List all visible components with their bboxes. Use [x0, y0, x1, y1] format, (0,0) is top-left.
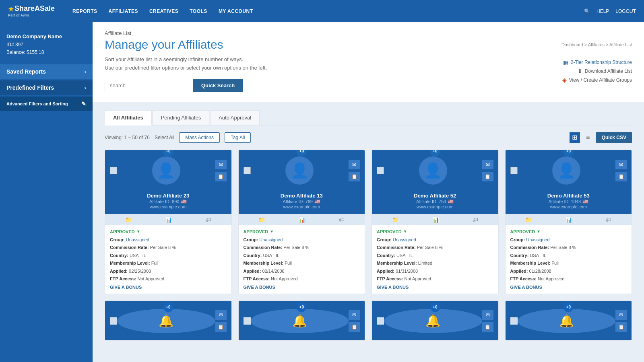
folder-icon[interactable]: 📁 — [392, 216, 399, 223]
dropdown-icon[interactable]: ▼ — [136, 229, 140, 234]
note-icon[interactable]: 📋 — [215, 322, 227, 332]
download-affiliate-link[interactable]: ⬇ Download Affiliate List — [527, 68, 632, 74]
page-label: Affiliate List — [105, 30, 527, 36]
message-icon[interactable]: ✉ — [482, 160, 493, 169]
nav-logout[interactable]: LOGOUT — [615, 8, 636, 14]
note-icon[interactable]: 📋 — [215, 172, 227, 181]
nav-help[interactable]: HELP — [597, 8, 609, 14]
card-action-icons: ✉ 📋 — [615, 160, 627, 181]
dropdown-icon[interactable]: ▼ — [270, 229, 274, 234]
card-actions: 📁 📊 🏷 — [372, 214, 498, 225]
header-panel: Affiliate List Manage your Affiliates So… — [93, 22, 644, 102]
card-action-icons: ✉ 📋 — [349, 160, 360, 181]
card-checkbox[interactable] — [510, 167, 518, 174]
status-badge: APPROVED — [110, 229, 135, 234]
plus-badge: +0 — [296, 150, 307, 156]
card-checkbox[interactable] — [110, 167, 117, 174]
select-all-button[interactable]: Select All — [155, 135, 174, 140]
search-icon[interactable]: 🔍 — [584, 8, 590, 14]
toolbar-left: Viewing: 1 – 50 of 76 Select All Mass Ac… — [105, 132, 251, 143]
tag-icon[interactable]: 🏷 — [339, 216, 345, 223]
advanced-filters-button[interactable]: Advanced Filters and Sorting ✎ — [0, 97, 93, 111]
tab-pending-affiliates[interactable]: Pending Affiliates — [153, 110, 210, 125]
card-checkbox[interactable] — [110, 317, 117, 325]
avatar-icon: 🔔 — [159, 314, 173, 328]
flag-icon: 🇺🇸 — [448, 199, 454, 204]
chart-icon[interactable]: 📊 — [566, 216, 572, 223]
card-checkbox[interactable] — [244, 167, 251, 174]
affiliate-groups-link[interactable]: ◈ View / Create Affiliate Groups — [527, 77, 632, 83]
search-input[interactable] — [105, 79, 193, 92]
folder-icon[interactable]: 📁 — [125, 216, 132, 223]
dropdown-icon[interactable]: ▼ — [403, 229, 407, 234]
list-view-icon[interactable]: ≡ — [583, 133, 593, 142]
tag-icon[interactable]: 🏷 — [606, 216, 611, 223]
tab-auto-approval[interactable]: Auto Approval — [210, 110, 260, 125]
grid-view-icon[interactable]: ⊞ — [570, 132, 580, 143]
page-desc: Sort your Affiliate list in a seemingly … — [105, 56, 527, 72]
note-icon[interactable]: 📋 — [615, 172, 627, 181]
give-bonus-link[interactable]: GIVE A BONUS — [244, 285, 360, 290]
quick-csv-button[interactable]: Quick CSV — [596, 132, 632, 143]
affiliate-cards-grid: +0 👤 ✉ 📋 — [105, 150, 632, 294]
card-url[interactable]: www.example.com — [244, 204, 360, 212]
plus-badge: +0 — [563, 150, 574, 156]
note-icon[interactable]: 📋 — [615, 322, 627, 332]
message-icon[interactable]: ✉ — [615, 310, 627, 320]
predefined-filters-button[interactable]: Predefined Filters › — [0, 80, 93, 95]
affiliate-card: +0 👤 ✉ 📋 — [372, 150, 499, 294]
tag-all-button[interactable]: Tag All — [225, 132, 251, 143]
message-icon[interactable]: ✉ — [349, 160, 360, 169]
card-url[interactable]: www.example.com — [377, 204, 493, 212]
card-affiliate-name: Demo Affiliate 13 — [244, 193, 360, 199]
nav-affiliates[interactable]: AFFILIATES — [109, 8, 138, 14]
card-checkbox[interactable] — [377, 317, 384, 325]
chart-icon[interactable]: 📊 — [165, 216, 172, 223]
mass-actions-button[interactable]: Mass Actions — [179, 132, 220, 143]
star-icon: ★ — [8, 5, 14, 13]
folder-icon[interactable]: 📁 — [258, 216, 265, 223]
tag-icon[interactable]: 🏷 — [473, 216, 478, 223]
message-icon[interactable]: ✉ — [615, 160, 627, 169]
give-bonus-link[interactable]: GIVE A BONUS — [510, 285, 627, 290]
tag-icon[interactable]: 🏷 — [206, 216, 211, 223]
flag-icon: 🇺🇸 — [181, 199, 187, 204]
tab-all-affiliates[interactable]: All Affiliates — [105, 110, 152, 125]
note-icon[interactable]: 📋 — [482, 172, 493, 181]
nav-creatives[interactable]: CREATIVES — [149, 8, 178, 14]
folder-icon[interactable]: 📁 — [525, 216, 532, 223]
card-checkbox[interactable] — [244, 317, 251, 325]
avatar-icon: 👤 — [157, 162, 175, 179]
message-icon[interactable]: ✉ — [215, 160, 227, 169]
content-area: All Affiliates Pending Affiliates Auto A… — [93, 102, 644, 349]
card-checkbox[interactable] — [377, 167, 384, 174]
message-icon[interactable]: ✉ — [349, 310, 360, 320]
card-actions: 📁 📊 🏷 — [239, 214, 365, 225]
card-checkbox[interactable] — [510, 317, 518, 325]
message-icon[interactable]: ✉ — [215, 310, 227, 320]
two-tier-link[interactable]: ▦ 2-Tier Relationship Structure — [527, 59, 632, 66]
card-body: APPROVED ▼ Group: Unassigned Commission … — [372, 225, 498, 294]
message-icon[interactable]: ✉ — [482, 310, 493, 320]
chart-icon[interactable]: 📊 — [299, 216, 305, 223]
nav-reports[interactable]: REPORTS — [72, 8, 97, 14]
chart-icon[interactable]: 📊 — [432, 216, 439, 223]
give-bonus-link[interactable]: GIVE A BONUS — [377, 285, 493, 290]
card-url[interactable]: www.example.com — [510, 204, 627, 212]
flag-icon: 🇺🇸 — [314, 199, 320, 204]
note-icon[interactable]: 📋 — [349, 322, 360, 332]
nav-my-account[interactable]: MY ACCOUNT — [219, 8, 253, 14]
affiliate-cards-partial-row: +0 🔔 ✉ 📋 +0 — [105, 300, 632, 341]
affiliate-card: +0 👤 ✉ 📋 — [105, 150, 232, 294]
saved-reports-button[interactable]: Saved Reports › — [0, 64, 93, 79]
card-url[interactable]: www.example.com — [110, 204, 227, 212]
avatar-icon: 🔔 — [292, 314, 307, 328]
give-bonus-link[interactable]: GIVE A BONUS — [110, 285, 227, 290]
affiliate-card-partial: +0 🔔 ✉ 📋 — [505, 300, 632, 341]
quick-search-button[interactable]: Quick Search — [193, 79, 243, 92]
dropdown-icon[interactable]: ▼ — [537, 229, 541, 234]
nav-tools[interactable]: TOOLS — [190, 8, 207, 14]
note-icon[interactable]: 📋 — [349, 172, 360, 181]
note-icon[interactable]: 📋 — [482, 322, 493, 332]
card-affiliate-name: Demo Affiliate 52 — [377, 193, 493, 199]
